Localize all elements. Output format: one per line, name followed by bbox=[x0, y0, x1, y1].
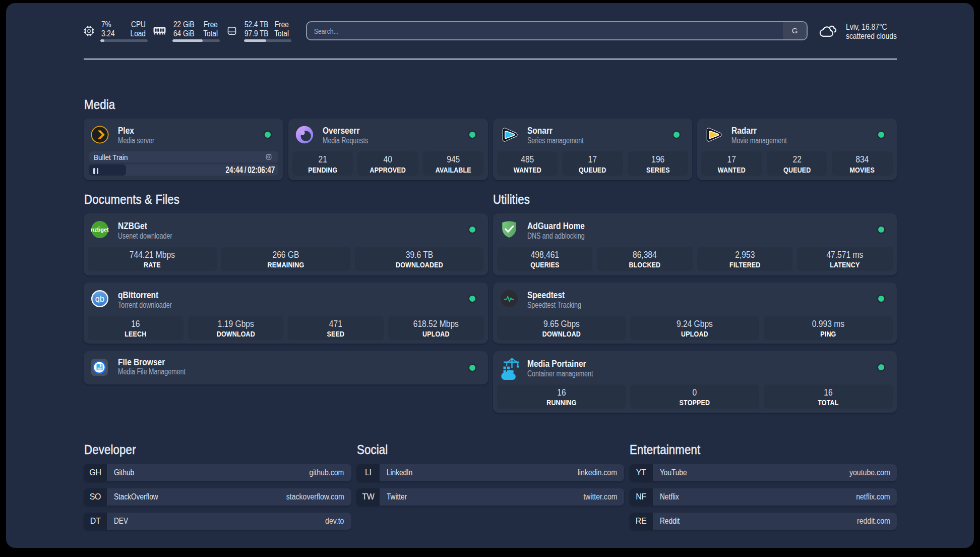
svg-text:nzbget: nzbget bbox=[91, 227, 109, 233]
svg-text:qb: qb bbox=[95, 294, 104, 303]
